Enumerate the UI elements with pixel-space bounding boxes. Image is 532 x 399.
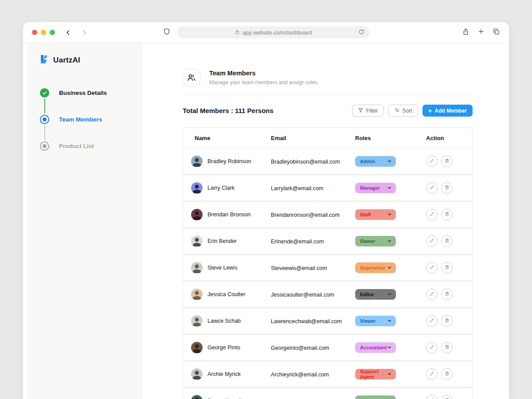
pencil-icon xyxy=(429,291,435,298)
pencil-icon xyxy=(429,184,435,192)
table-row: Bradley Robinson Bradleyobinson@email.co… xyxy=(183,149,472,174)
column-header-action: Action xyxy=(426,135,472,141)
sort-button[interactable]: Sort xyxy=(388,105,418,117)
role-select[interactable]: Owner xyxy=(355,395,396,399)
edit-button[interactable] xyxy=(426,262,438,274)
member-action-cell xyxy=(426,315,472,327)
shield-icon[interactable] xyxy=(163,27,171,38)
edit-button[interactable] xyxy=(426,395,438,399)
role-select[interactable]: Manager xyxy=(355,183,396,193)
header-divider xyxy=(183,94,473,95)
member-action-cell xyxy=(426,156,472,167)
role-select[interactable]: Supervisor xyxy=(355,262,396,273)
pencil-icon xyxy=(429,238,435,245)
role-select[interactable]: Editor xyxy=(355,289,396,300)
edit-button[interactable] xyxy=(426,182,438,194)
share-icon[interactable] xyxy=(462,27,469,38)
table-row: Steve Lewis Steveewis@email.com Supervis… xyxy=(183,255,472,280)
member-email: Steveewis@email.com xyxy=(271,265,327,271)
member-name: Steve Lewis xyxy=(207,265,237,271)
role-select[interactable]: Accountant xyxy=(355,342,396,353)
trash-icon xyxy=(444,344,450,351)
sort-button-label: Sort xyxy=(403,108,412,114)
member-email: Larrylark@email.com xyxy=(271,185,323,192)
role-select[interactable]: Support Agent xyxy=(355,369,396,379)
role-label: Admin xyxy=(360,159,375,164)
member-email-cell: Brendanronson@email.com xyxy=(271,211,355,219)
avatar xyxy=(191,395,203,399)
edit-button[interactable] xyxy=(426,368,438,380)
role-select[interactable]: Owner xyxy=(355,236,396,246)
member-name-cell: Lawce Schab xyxy=(183,315,271,327)
add-member-button[interactable]: + Add Member xyxy=(422,105,473,117)
team-members-icon xyxy=(183,69,200,86)
zoom-window-button[interactable] xyxy=(50,30,55,35)
member-email-cell: Susanowell@email.com xyxy=(271,397,355,399)
delete-button[interactable] xyxy=(441,209,453,220)
edit-button[interactable] xyxy=(426,235,438,247)
member-role-cell: Owner xyxy=(355,236,426,246)
browser-window: app.website.com/dashboard xyxy=(23,22,509,399)
edit-button[interactable] xyxy=(426,289,438,300)
member-email: Bradleyobinson@email.com xyxy=(271,159,340,165)
chevron-down-icon xyxy=(387,370,392,378)
step-business-details[interactable]: Business Details xyxy=(40,88,142,98)
step-product-list[interactable]: Product List xyxy=(40,141,142,151)
step-label: Team Members xyxy=(59,116,102,123)
edit-button[interactable] xyxy=(426,156,438,167)
member-name: Erin Bender xyxy=(207,238,237,244)
member-role-cell: Owner xyxy=(355,395,426,399)
filter-button[interactable]: Filter xyxy=(352,105,384,117)
delete-button[interactable] xyxy=(441,395,453,399)
delete-button[interactable] xyxy=(441,156,453,167)
member-name: Bradley Robinson xyxy=(207,158,251,164)
role-select[interactable]: Staff xyxy=(355,209,396,220)
member-email-cell: Georgeinto@email.com xyxy=(271,344,355,352)
member-email: Georgeinto@email.com xyxy=(271,345,329,351)
delete-button[interactable] xyxy=(441,342,453,353)
role-label: Manager xyxy=(360,185,380,191)
role-label: Viewer xyxy=(360,318,376,324)
app-logo: UartzAI xyxy=(40,55,142,66)
filter-button-label: Filter xyxy=(366,108,378,114)
url-bar[interactable]: app.website.com/dashboard xyxy=(177,27,369,39)
role-select[interactable]: Admin xyxy=(355,156,396,167)
new-tab-icon[interactable] xyxy=(477,28,485,37)
step-label: Product List xyxy=(59,143,94,149)
tabs-overview-icon[interactable] xyxy=(493,28,500,37)
table-header: Name Email Roles Action xyxy=(183,128,472,149)
back-icon[interactable] xyxy=(65,29,71,36)
minimize-window-button[interactable] xyxy=(41,30,46,35)
member-name: Archie Myrick xyxy=(207,371,241,377)
step-team-members[interactable]: Team Members xyxy=(40,114,142,124)
member-name-cell: Steve Lewis xyxy=(183,262,271,274)
edit-button[interactable] xyxy=(426,342,438,353)
close-window-button[interactable] xyxy=(32,30,37,35)
member-email-cell: Lawrencechwab@email.com xyxy=(271,317,355,325)
delete-button[interactable] xyxy=(441,235,453,247)
member-action-cell xyxy=(426,235,472,247)
delete-button[interactable] xyxy=(441,289,453,300)
delete-button[interactable] xyxy=(441,262,453,274)
pencil-icon xyxy=(429,158,435,165)
forward-icon[interactable] xyxy=(81,29,88,36)
reload-icon[interactable] xyxy=(358,29,365,37)
trash-icon xyxy=(444,371,450,378)
edit-button[interactable] xyxy=(426,315,438,327)
sidebar: UartzAI Business Details Team Members xyxy=(27,43,142,399)
pencil-icon xyxy=(429,317,435,325)
delete-button[interactable] xyxy=(441,182,453,194)
setup-stepper: Business Details Team Members Product Li… xyxy=(40,88,142,151)
edit-button[interactable] xyxy=(426,209,438,220)
table-row: Lawce Schab Lawrencechwab@email.com View… xyxy=(183,309,472,333)
chevron-down-icon xyxy=(387,317,392,325)
member-name-cell: Susan Howell xyxy=(183,395,271,399)
delete-button[interactable] xyxy=(441,368,453,380)
main-content: Team Members Manage your team members an… xyxy=(142,43,509,399)
trash-icon xyxy=(444,158,450,165)
member-email: Lawrencechwab@email.com xyxy=(271,318,342,325)
role-select[interactable]: Viewer xyxy=(355,316,396,326)
delete-button[interactable] xyxy=(441,315,453,327)
member-email: Brendanronson@email.com xyxy=(271,212,340,218)
member-name: Jessica Coulter xyxy=(207,291,245,297)
